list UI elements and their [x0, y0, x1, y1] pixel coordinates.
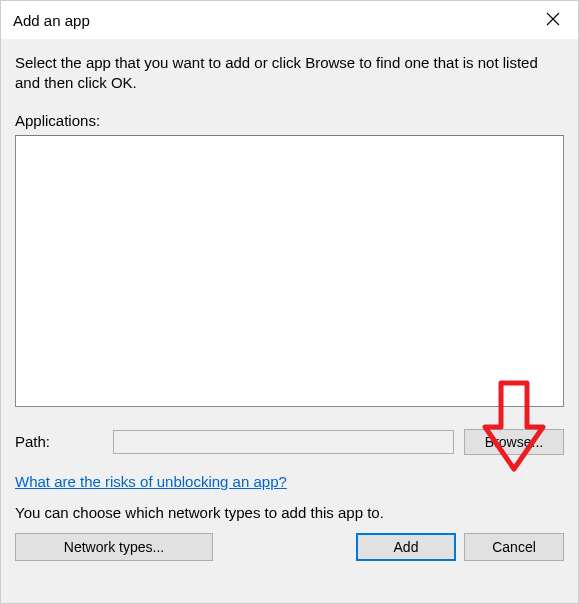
applications-listbox[interactable] [15, 135, 564, 407]
dialog-window: Add an app Select the app that you want … [0, 0, 579, 604]
window-title: Add an app [13, 12, 90, 29]
path-label: Path: [15, 433, 103, 450]
risks-link[interactable]: What are the risks of unblocking an app? [15, 473, 287, 490]
path-input[interactable] [113, 430, 454, 454]
right-button-group: Add Cancel [356, 533, 564, 561]
path-row: Path: Browse... [15, 429, 564, 455]
instruction-text: Select the app that you want to add or c… [15, 53, 564, 94]
network-description: You can choose which network types to ad… [15, 504, 564, 521]
cancel-button[interactable]: Cancel [464, 533, 564, 561]
applications-label: Applications: [15, 112, 564, 129]
bottom-button-row: Network types... Add Cancel [15, 533, 564, 561]
browse-button[interactable]: Browse... [464, 429, 564, 455]
add-button[interactable]: Add [356, 533, 456, 561]
dialog-content: Select the app that you want to add or c… [1, 39, 578, 603]
network-types-button[interactable]: Network types... [15, 533, 213, 561]
close-button[interactable] [530, 2, 576, 36]
close-icon [546, 12, 560, 26]
titlebar: Add an app [1, 1, 578, 39]
